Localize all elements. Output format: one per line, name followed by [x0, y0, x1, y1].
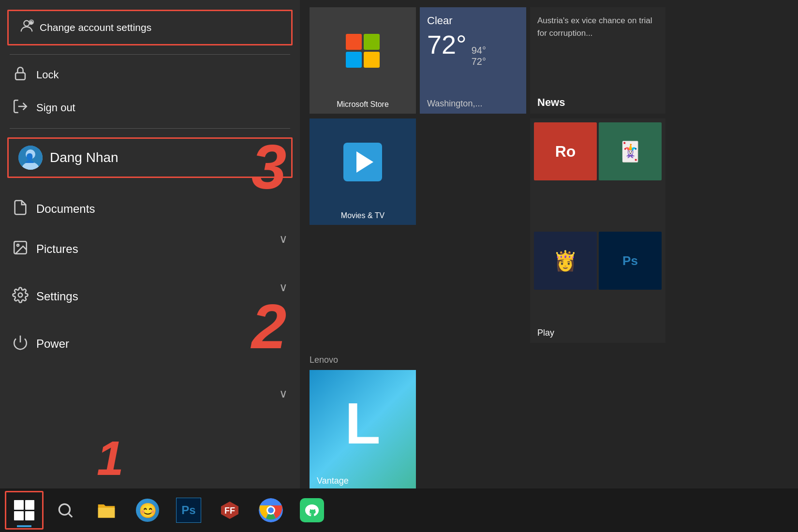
play-group-tile[interactable]: Ro 🃏 👸 Ps Play [530, 118, 665, 343]
news-tile[interactable]: Austria's ex vice chance on trial for co… [530, 7, 665, 114]
solitaire-tile[interactable]: 🃏 [599, 122, 662, 180]
change-account-label: Change account settings [40, 22, 151, 33]
power-icon [12, 334, 31, 354]
pictures-button[interactable]: Pictures [0, 233, 300, 266]
svg-point-20 [268, 507, 274, 513]
lock-icon [12, 65, 31, 85]
file-explorer-button[interactable] [87, 491, 126, 530]
search-button[interactable] [46, 491, 85, 530]
movies-tv-label: Movies & TV [310, 211, 416, 220]
store-icon-blue [346, 52, 362, 68]
tiles-row-2: Movies & TV Ro 🃏 👸 Ps P [310, 118, 788, 343]
signout-button[interactable]: Sign out [0, 91, 300, 124]
svg-point-11 [18, 293, 23, 297]
weather-low: 72° [472, 56, 486, 67]
signout-icon [12, 98, 31, 118]
settings-label: Settings [36, 290, 78, 303]
roblox-tile[interactable]: Ro [534, 122, 597, 180]
chrome-button[interactable] [251, 491, 290, 530]
pictures-label: Pictures [36, 242, 78, 256]
face-icon: 😊 [136, 499, 159, 522]
play-label: Play [537, 328, 554, 338]
svg-point-13 [59, 504, 70, 515]
weather-high: 94° [472, 45, 486, 56]
user-name: Dang Nhan [50, 150, 118, 165]
garena-icon: FF [218, 498, 242, 522]
news-title: News [537, 96, 565, 109]
win-logo-q3 [14, 511, 24, 521]
divider-2 [10, 128, 290, 129]
lenovo-section: Lenovo L Vantage [310, 353, 788, 491]
power-expand-chevron[interactable]: ∨ [279, 387, 288, 400]
change-account-settings-button[interactable]: ⚙ Change account settings [7, 10, 293, 45]
search-icon [56, 501, 74, 519]
user-profile-button[interactable]: 👤 Dang Nhan [7, 137, 293, 178]
divider-1 [10, 54, 290, 55]
weather-temps: 72° 94° 72° [427, 30, 486, 67]
weather-tile[interactable]: Clear 72° 94° 72° Washington,... [420, 7, 526, 114]
news-text: Austria's ex vice chance on trial for co… [537, 15, 658, 39]
start-button[interactable] [5, 491, 44, 530]
win-logo-q1 [14, 500, 24, 510]
pictures-icon [12, 239, 31, 259]
chrome-icon [259, 498, 283, 522]
settings-icon [12, 287, 31, 306]
store-icon-yellow [364, 52, 380, 68]
line-button[interactable] [293, 491, 331, 530]
weather-highlow: 94° 72° [472, 45, 486, 67]
windows-logo [14, 500, 34, 520]
ps-icon: Ps [176, 498, 201, 523]
taskbar: 😊 Ps FF [0, 488, 798, 532]
play-icon [343, 143, 382, 181]
microsoft-store-tile[interactable]: Microsoft Store [310, 7, 416, 114]
lock-button[interactable]: Lock [0, 59, 300, 91]
store-icon-green [364, 34, 380, 50]
store-icon-red [346, 34, 362, 50]
svg-rect-3 [15, 73, 25, 80]
signout-label: Sign out [36, 102, 75, 114]
empty-tile-1 [420, 118, 526, 225]
start-menu: ⚙ Change account settings Lock [0, 0, 798, 488]
documents-label: Documents [36, 202, 95, 216]
avatar: 👤 [18, 146, 43, 170]
tiles-row-1: Microsoft Store Clear 72° 94° 72° Washin… [310, 7, 788, 114]
folder-icon [96, 501, 117, 519]
vantage-letter: L [345, 394, 380, 452]
win-logo-q4 [25, 511, 35, 521]
account-icon: ⚙ [18, 18, 35, 37]
lenovo-label: Lenovo [310, 353, 788, 368]
weather-city: Washington,... [427, 99, 482, 109]
number-badge-3: 3 [251, 131, 286, 203]
win-logo-q2 [25, 500, 35, 510]
number-badge-1: 1 [97, 430, 124, 486]
svg-text:👤: 👤 [24, 153, 35, 163]
vantage-tile[interactable]: L Vantage [310, 370, 416, 491]
power-label: Power [36, 337, 69, 351]
garena-button[interactable]: FF [210, 491, 249, 530]
character-tile[interactable]: 👸 [534, 232, 597, 290]
play-triangle [356, 151, 373, 173]
svg-text:⚙: ⚙ [30, 21, 32, 25]
svg-line-14 [69, 514, 72, 517]
weather-temp: 72° [427, 30, 467, 59]
photoshop-tile[interactable]: Ps [599, 232, 662, 290]
photoshop-button[interactable]: Ps [169, 491, 208, 530]
microsoft-store-label: Microsoft Store [310, 100, 416, 109]
play-group-inner: Ro 🃏 👸 Ps [532, 120, 664, 341]
tiles-panel: Microsoft Store Clear 72° 94° 72° Washin… [300, 0, 798, 488]
svg-point-0 [24, 21, 29, 26]
store-icon [346, 34, 380, 68]
documents-expand-chevron[interactable]: ∨ [279, 232, 288, 246]
movies-tv-tile[interactable]: Movies & TV [310, 118, 416, 225]
line-icon [300, 498, 324, 522]
documents-icon [12, 199, 31, 219]
weather-status: Clear [427, 15, 453, 27]
app-button-1[interactable]: 😊 [128, 491, 167, 530]
vantage-label: Vantage [317, 476, 349, 486]
svg-text:FF: FF [224, 506, 235, 516]
number-badge-2: 2 [251, 290, 286, 363]
lock-label: Lock [36, 69, 59, 81]
left-panel: ⚙ Change account settings Lock [0, 0, 300, 488]
svg-point-10 [17, 244, 19, 246]
